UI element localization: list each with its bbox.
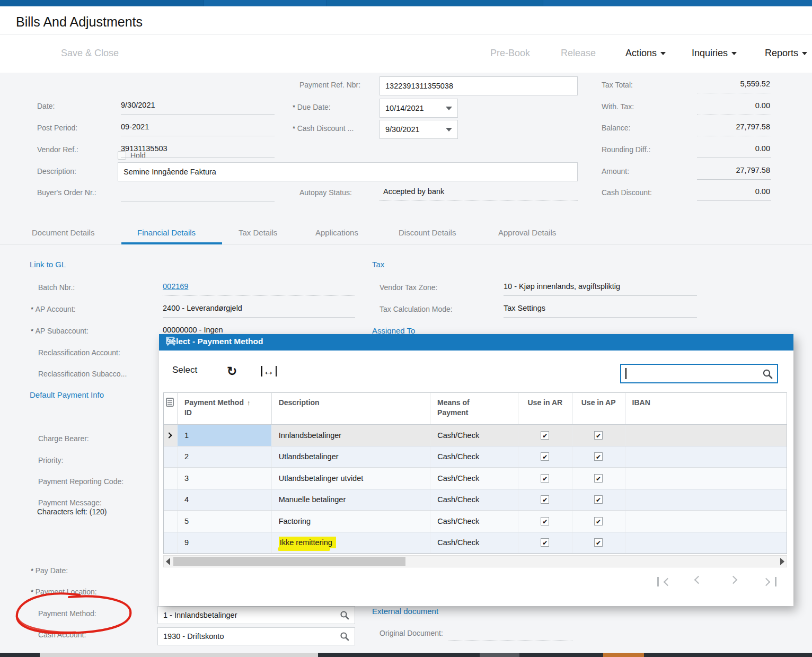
- scrollbar-thumb[interactable]: [173, 557, 405, 566]
- table-row[interactable]: 1InnlandsbetalingerCash/Check: [164, 425, 787, 446]
- iban-cell[interactable]: [625, 511, 787, 532]
- use-in-ap-cell[interactable]: [572, 446, 625, 468]
- table-row[interactable]: 9Ikke remitteringCash/Check: [164, 532, 787, 554]
- iban-cell[interactable]: [625, 446, 787, 468]
- ap-account-value[interactable]: 2400 - Leverandørgjeld: [163, 304, 242, 312]
- use-in-ar-cell[interactable]: [518, 511, 572, 532]
- payment-method-id-cell[interactable]: 3: [178, 468, 272, 489]
- description-cell[interactable]: Utlandsbetalinger utvidet: [272, 468, 430, 489]
- payment-method-id-cell[interactable]: 2: [178, 446, 272, 468]
- table-row[interactable]: 2UtlandsbetalingerCash/Check: [164, 446, 787, 468]
- column-header-iban[interactable]: IBAN: [625, 393, 787, 424]
- taskbar-segment-orange[interactable]: [603, 653, 644, 657]
- post-period-value[interactable]: 09-2021: [121, 122, 149, 131]
- tax-calculation-mode-value[interactable]: Tax Settings: [504, 304, 545, 312]
- use-in-ar-cell[interactable]: [518, 425, 572, 446]
- chevron-down-icon[interactable]: [446, 128, 452, 132]
- use-in-ar-cell[interactable]: [518, 489, 572, 511]
- payment-method-id-cell[interactable]: 9: [178, 532, 272, 554]
- due-date-input[interactable]: 10/14/2021: [379, 99, 458, 118]
- use-in-ar-checkbox[interactable]: [541, 517, 549, 525]
- pagination-last[interactable]: [763, 577, 776, 586]
- use-in-ap-cell[interactable]: [572, 489, 625, 511]
- pagination-first[interactable]: [657, 577, 670, 586]
- lookup-magnifier-icon[interactable]: [340, 610, 349, 620]
- means-of-payment-cell[interactable]: Cash/Check: [430, 532, 518, 554]
- payment-method-id-cell[interactable]: 1: [178, 425, 272, 446]
- iban-cell[interactable]: [625, 425, 787, 446]
- use-in-ar-checkbox[interactable]: [541, 538, 549, 547]
- row-selector-cell[interactable]: [164, 532, 178, 554]
- use-in-ap-cell[interactable]: [572, 425, 625, 446]
- tab-document-details[interactable]: Document Details: [32, 228, 94, 237]
- table-row[interactable]: 5FactoringCash/Check: [164, 511, 787, 532]
- use-in-ap-checkbox[interactable]: [594, 538, 603, 547]
- horizontal-scrollbar[interactable]: [163, 555, 787, 567]
- column-header-payment-method-id[interactable]: Payment Method↑ ID: [178, 393, 272, 424]
- use-in-ar-checkbox[interactable]: [541, 474, 549, 483]
- use-in-ap-cell[interactable]: [572, 468, 625, 489]
- actions-menu[interactable]: Actions: [625, 48, 666, 59]
- chevron-down-icon[interactable]: [446, 107, 452, 110]
- row-selector-cell[interactable]: [164, 425, 178, 446]
- use-in-ap-checkbox[interactable]: [594, 517, 603, 525]
- iban-cell[interactable]: [625, 489, 787, 511]
- column-header-means-of-payment[interactable]: Means of Payment: [430, 393, 518, 424]
- pre-book-button[interactable]: Pre-Book: [490, 48, 530, 59]
- payment-method-input[interactable]: 1 - Innlandsbetalinger: [157, 606, 355, 624]
- select-button[interactable]: Select: [172, 365, 197, 375]
- use-in-ap-checkbox[interactable]: [594, 495, 603, 504]
- row-selector-header[interactable]: [164, 393, 178, 424]
- use-in-ap-checkbox[interactable]: [594, 474, 603, 483]
- tab-applications[interactable]: Applications: [315, 228, 358, 237]
- means-of-payment-cell[interactable]: Cash/Check: [430, 511, 518, 532]
- description-cell[interactable]: Innlandsbetalinger: [272, 425, 430, 446]
- means-of-payment-cell[interactable]: Cash/Check: [430, 446, 518, 468]
- search-input[interactable]: [620, 364, 778, 383]
- column-header-description[interactable]: Description: [272, 393, 430, 424]
- payment-ref-input[interactable]: 1322391311355038: [379, 76, 578, 95]
- payment-method-id-cell[interactable]: 4: [178, 489, 272, 511]
- cash-account-input[interactable]: 1930 - Driftskonto: [157, 627, 355, 645]
- tab-approval-details[interactable]: Approval Details: [498, 228, 556, 237]
- use-in-ar-cell[interactable]: [518, 468, 572, 489]
- search-icon[interactable]: [762, 369, 773, 379]
- release-button[interactable]: Release: [561, 48, 596, 59]
- payment-method-id-cell[interactable]: 5: [178, 511, 272, 532]
- use-in-ar-checkbox[interactable]: [541, 452, 549, 461]
- row-selector-cell[interactable]: [164, 468, 178, 489]
- table-row[interactable]: 4Manuelle betalingerCash/Check: [164, 489, 787, 511]
- column-header-use-in-ap[interactable]: Use in AP: [572, 393, 625, 424]
- iban-cell[interactable]: [625, 468, 787, 489]
- tax-section-link[interactable]: Tax: [372, 260, 384, 269]
- row-selector-cell[interactable]: [164, 489, 178, 511]
- pagination-next[interactable]: [730, 577, 736, 583]
- scroll-left-icon[interactable]: [166, 558, 170, 565]
- link-to-gl-link[interactable]: Link to GL: [30, 260, 66, 269]
- row-selector-cell[interactable]: [164, 511, 178, 532]
- cash-discount-date-input[interactable]: 9/30/2021: [379, 120, 458, 139]
- column-header-use-in-ar[interactable]: Use in AR: [518, 393, 572, 424]
- means-of-payment-cell[interactable]: Cash/Check: [430, 468, 518, 489]
- date-value[interactable]: 9/30/2021: [121, 101, 155, 109]
- save-close-button[interactable]: Save & Close: [61, 48, 119, 59]
- table-row[interactable]: 3Utlandsbetalinger utvidetCash/Check: [164, 468, 787, 489]
- use-in-ar-checkbox[interactable]: [541, 495, 549, 504]
- use-in-ap-checkbox[interactable]: [594, 452, 603, 461]
- refresh-icon[interactable]: [227, 364, 237, 379]
- taskbar-segment-gray[interactable]: [480, 653, 519, 657]
- means-of-payment-cell[interactable]: Cash/Check: [430, 489, 518, 511]
- pagination-previous[interactable]: [695, 577, 701, 583]
- description-cell[interactable]: Utlandsbetalinger: [272, 446, 430, 468]
- external-document-link[interactable]: External document: [372, 607, 438, 616]
- use-in-ar-cell[interactable]: [518, 532, 572, 554]
- ap-subaccount-value[interactable]: 00000000 - Ingen: [163, 326, 223, 334]
- fit-width-icon[interactable]: [261, 365, 277, 378]
- use-in-ar-checkbox[interactable]: [541, 431, 549, 440]
- use-in-ap-checkbox[interactable]: [594, 431, 603, 440]
- vendor-tax-zone-value[interactable]: 10 - Kjøp innenlands, avgiftspliktig: [504, 282, 620, 291]
- description-input[interactable]: Semine Inngående Faktura: [118, 162, 578, 181]
- use-in-ar-cell[interactable]: [518, 446, 572, 468]
- scroll-right-icon[interactable]: [780, 558, 784, 565]
- tab-financial-details[interactable]: Financial Details: [137, 228, 196, 237]
